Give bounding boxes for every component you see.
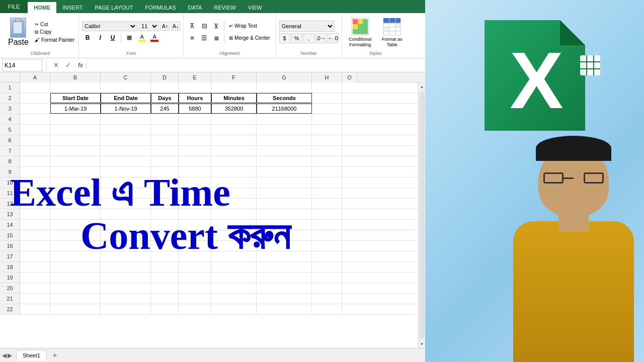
scroll-up-button[interactable]: ▲ <box>419 82 426 90</box>
cell-c2[interactable]: End Date <box>101 93 151 103</box>
cell-f1[interactable] <box>211 82 257 93</box>
col-header-d[interactable]: D <box>151 72 179 82</box>
paste-button[interactable]: Paste <box>5 17 32 48</box>
border-button[interactable]: ▦ <box>124 32 135 43</box>
decrease-decimal-button[interactable]: ←.0 <box>328 33 339 43</box>
add-sheet-button[interactable]: + <box>49 349 61 361</box>
format-painter-icon: 🖌 <box>35 37 40 43</box>
svg-rect-1 <box>13 22 22 34</box>
col-header-b[interactable]: B <box>50 72 101 82</box>
table-row: 12 <box>0 199 418 209</box>
cell-c3[interactable]: 1-Nov-19 <box>101 104 151 114</box>
cancel-formula-button[interactable]: ✕ <box>51 60 61 70</box>
font-color-button[interactable]: A <box>149 32 160 43</box>
increase-font-button[interactable]: A↑ <box>160 22 170 31</box>
font-size-select[interactable]: 11 <box>139 21 159 31</box>
row-num-7: 7 <box>0 146 20 156</box>
formula-input[interactable] <box>89 59 425 71</box>
row-num-header <box>0 72 20 82</box>
cell-e2[interactable]: Hours <box>179 93 211 103</box>
scroll-track[interactable] <box>420 92 425 339</box>
sheet-prev-button[interactable]: ◀ <box>2 352 7 359</box>
cell-b2[interactable]: Start Date <box>50 93 101 103</box>
tab-page-layout[interactable]: PAGE LAYOUT <box>89 2 139 13</box>
cell-e3[interactable]: 5880 <box>179 104 211 114</box>
row-num-2: 2 <box>0 93 20 103</box>
sheet-next-button[interactable]: ▶ <box>8 352 12 359</box>
highlight-color-button[interactable]: A <box>136 32 147 43</box>
cell-f3[interactable]: 352800 <box>211 104 257 114</box>
col-header-c[interactable]: C <box>101 72 151 82</box>
cell-b1[interactable] <box>50 82 101 93</box>
row-num-12: 12 <box>0 199 20 209</box>
scroll-down-button[interactable]: ▼ <box>419 340 426 348</box>
styles-group: Conditional Formatting <box>342 14 409 57</box>
number-format-select[interactable]: General <box>279 21 335 32</box>
wrap-text-button[interactable]: ↵ Wrap Text <box>226 22 260 30</box>
tab-view[interactable]: VIEW <box>242 2 268 13</box>
col-header-g[interactable]: G <box>257 72 312 82</box>
format-as-table-button[interactable]: Format as Table <box>378 17 406 48</box>
currency-button[interactable]: $ <box>279 33 290 43</box>
comma-button[interactable]: , <box>303 33 314 43</box>
percent-button[interactable]: % <box>291 33 302 43</box>
alignment-group: ⊼ ⊟ ⊻ ↵ Wrap Text ≡ ☰ ≣ ⊞ Mer <box>184 14 276 57</box>
sheet-navigation: ◀ ▶ <box>0 352 14 359</box>
tab-data[interactable]: DATA <box>182 2 208 13</box>
cell-g2[interactable]: Seconds <box>257 93 312 103</box>
svg-rect-21 <box>395 23 400 27</box>
cell-a2[interactable] <box>20 93 50 103</box>
cell-e1[interactable] <box>179 82 211 93</box>
table-row: 22 <box>0 304 418 315</box>
align-left-button[interactable]: ≡ <box>187 33 198 44</box>
align-middle-button[interactable]: ⊟ <box>199 21 210 32</box>
cut-button[interactable]: ✂ Cut <box>34 21 75 28</box>
cell-h2[interactable] <box>312 93 342 103</box>
col-header-e[interactable]: E <box>179 72 211 82</box>
row-num-10: 10 <box>0 177 20 188</box>
cell-c1[interactable] <box>101 82 151 93</box>
merge-center-button[interactable]: ⊞ Merge & Center <box>226 34 273 42</box>
font-name-select[interactable]: Calibri <box>82 21 137 31</box>
cell-d2[interactable]: Days <box>151 93 179 103</box>
sheet1-tab[interactable]: Sheet1 <box>16 350 47 360</box>
confirm-formula-button[interactable]: ✓ <box>63 60 73 70</box>
cell-h3[interactable] <box>312 104 342 114</box>
styles-group-label: Styles <box>369 51 382 56</box>
tab-review[interactable]: REVIEW <box>208 2 242 13</box>
cell-g3[interactable]: 21168000 <box>257 104 312 114</box>
vertical-scrollbar[interactable]: ▲ ▼ <box>418 82 425 348</box>
col-header-h[interactable]: H <box>312 72 342 82</box>
cell-d1[interactable] <box>151 82 179 93</box>
align-bottom-button[interactable]: ⊻ <box>211 21 222 32</box>
conditional-formatting-button[interactable]: Conditional Formatting <box>345 17 375 48</box>
cell-g1[interactable] <box>257 82 312 93</box>
highlight-icon: A <box>140 34 143 40</box>
cell-d3[interactable]: 245 <box>151 104 179 114</box>
align-top-button[interactable]: ⊼ <box>187 21 198 32</box>
tab-file[interactable]: FILE <box>0 0 28 13</box>
tab-insert[interactable]: INSERT <box>56 2 89 13</box>
increase-decimal-button[interactable]: .0→ <box>315 33 327 43</box>
format-painter-button[interactable]: 🖌 Format Painter <box>34 37 75 43</box>
col-header-f[interactable]: F <box>211 72 257 82</box>
copy-button[interactable]: ⧉ Copy <box>34 29 75 36</box>
align-right-button[interactable]: ≣ <box>211 33 222 44</box>
cell-f2[interactable]: Minutes <box>211 93 257 103</box>
clipboard-group: Paste ✂ Cut ⧉ Copy 🖌 Format Painter <box>2 14 79 57</box>
tab-home[interactable]: HOME <box>28 2 56 13</box>
cell-b3[interactable]: 1-Mar-19 <box>50 104 101 114</box>
decrease-font-button[interactable]: A↓ <box>171 22 180 31</box>
tab-formulas[interactable]: FORMULAS <box>139 2 182 13</box>
cell-reference-input[interactable] <box>2 59 42 71</box>
align-row2: ≡ ☰ ≣ ⊞ Merge & Center <box>187 33 273 44</box>
cell-h1[interactable] <box>312 82 342 93</box>
cell-a1[interactable] <box>20 82 50 93</box>
italic-button[interactable]: I <box>95 32 106 43</box>
row-num-3: 3 <box>0 104 20 114</box>
align-center-button[interactable]: ☰ <box>199 33 210 44</box>
underline-button[interactable]: U <box>107 32 118 43</box>
bold-button[interactable]: B <box>82 32 93 43</box>
col-header-a[interactable]: A <box>20 72 50 82</box>
cell-a3[interactable] <box>20 104 50 114</box>
